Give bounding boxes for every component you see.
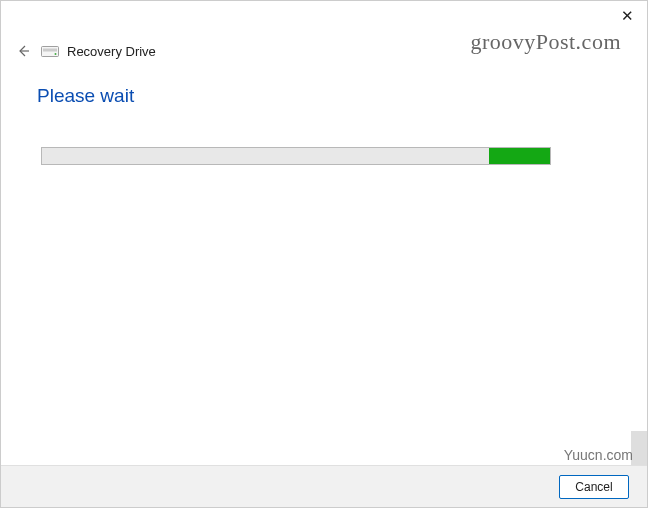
page-heading: Please wait [37, 85, 611, 107]
scrollbar-hint [631, 431, 647, 467]
close-button[interactable]: ✕ [619, 7, 635, 23]
content-area: Please wait [1, 67, 647, 165]
svg-point-3 [55, 53, 57, 55]
progress-bar [41, 147, 551, 165]
footer-bar: Cancel [1, 465, 647, 507]
close-icon: ✕ [621, 8, 634, 23]
cancel-button[interactable]: Cancel [559, 475, 629, 499]
watermark-top: groovyPost.com [470, 29, 621, 55]
back-button[interactable] [13, 41, 33, 61]
titlebar: ✕ [1, 1, 647, 31]
back-arrow-icon [15, 43, 31, 59]
drive-icon [41, 46, 59, 57]
svg-rect-2 [43, 48, 57, 51]
watermark-bottom: Yuucn.com [564, 447, 633, 463]
progress-fill [489, 148, 550, 164]
window-title: Recovery Drive [67, 44, 156, 59]
